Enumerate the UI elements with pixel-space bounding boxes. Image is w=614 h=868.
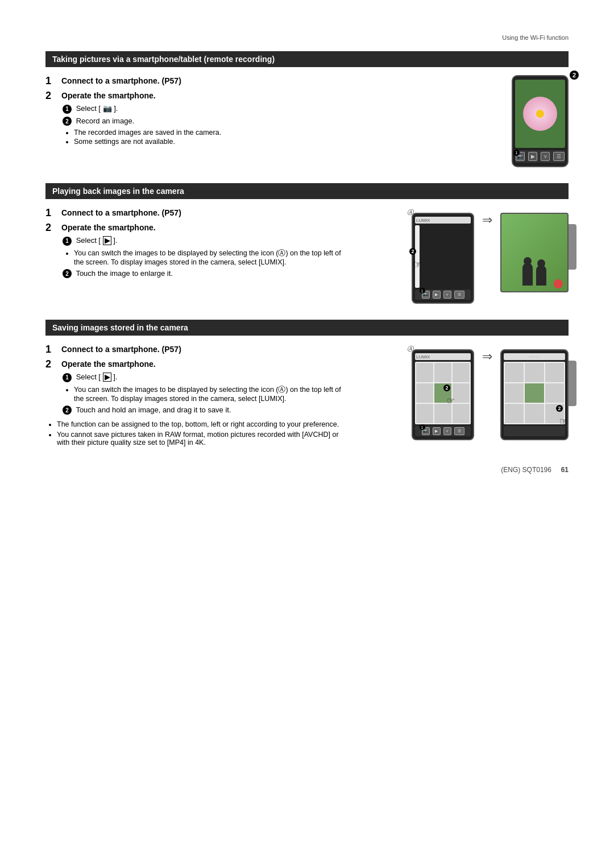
save-extra-icon: ☰ (454, 427, 464, 435)
note2: You cannot save pictures taken in RAW fo… (57, 431, 341, 447)
page-header: Using the Wi-Fi function (45, 34, 569, 41)
section3-notes: The function can be assigned to the top,… (45, 420, 341, 447)
save-destination-phone: · · · · · 2 ☞ (500, 349, 569, 440)
grid-icon: ⋎ (541, 152, 550, 161)
save-bottom-circle-1: 1 (420, 424, 425, 430)
circle-1: 1 (63, 105, 72, 114)
dest-cell-2 (525, 363, 544, 382)
save-cell-circle-2: 2 (443, 385, 450, 391)
gesture-area: 2 ☞ (415, 225, 420, 288)
section1-substeps: 1 Select [ 📷 ]. 2 Record an image. The r… (63, 104, 341, 146)
save-play-icon: ▶ (433, 427, 441, 435)
s2-circle-1: 1 (63, 237, 72, 246)
header-text: Using the Wi-Fi function (502, 34, 569, 41)
section1-instruction1: Select [ (76, 104, 101, 113)
save-image-grid: 2 ☞ (415, 362, 471, 424)
save-grid-cell-3 (453, 363, 470, 382)
dest-cell-1 (505, 363, 524, 382)
finger-gesture: ☞ (413, 258, 422, 271)
dest-circle-2: 2 (556, 405, 563, 412)
section-playing-back: Playing back images in the camera 1 Conn… (45, 183, 569, 304)
playback-icon: ▶ (528, 152, 537, 161)
remote-icon: 📷 (103, 104, 112, 113)
section3-sub1-bullets: You can switch the images to be displaye… (74, 385, 341, 403)
save-grid-cell-2 (434, 363, 451, 382)
footer-code: (ENG) SQT0196 (501, 466, 551, 474)
save-cam-icon: 📷 1 (422, 427, 430, 435)
dest-bottom-bar (504, 426, 565, 436)
dest-grid: 2 ☞ (504, 362, 565, 424)
section3-step1: 1 Connect to a smartphone. (P57) (45, 344, 341, 356)
section2-sub2: 2 Touch the image to enlarge it. (63, 269, 341, 279)
note1: The function can be assigned to the top,… (57, 420, 341, 428)
section3-sub1: 1 Select [ ▶ ]. (63, 373, 341, 382)
section1-step1: 1 Connect to a smartphone. (P57) (45, 75, 341, 88)
people-silhouettes (522, 263, 546, 286)
illus-circle-1: 1 (513, 150, 520, 156)
dest-top-bar: · · · · · (504, 353, 565, 360)
s2-circle-2: 2 (63, 269, 72, 278)
step2-number: 2 (45, 90, 57, 102)
s3-sub-bullet1: You can switch the images to be displaye… (74, 385, 341, 403)
image-grid: 2 ☞ (415, 225, 420, 288)
phone-mockup-wrapper: 2 📷 1 ▶ (512, 75, 569, 167)
flower-center (536, 110, 544, 118)
section2-illustration: Ⓐ LUMIX 2 (412, 213, 569, 304)
menu-icon: ☰ (553, 152, 565, 161)
s2-step1-label: Connect to a smartphone. (P57) (61, 208, 181, 217)
bullet1: The recorded images are saved in the cam… (74, 129, 341, 137)
save-grid-icon: ⋎ (443, 427, 451, 435)
save-grid-cell-4 (416, 383, 433, 403)
section1-step2: 2 Operate the smartphone. (45, 90, 341, 102)
grid-extra-icon: ☰ (454, 291, 464, 299)
grid-phone-save: LUMIX 2 ☞ (412, 349, 474, 440)
step1-label: Connect to a smartphone. (P57) (61, 76, 181, 85)
section3-body: 1 Connect to a smartphone. (P57) 2 Opera… (45, 344, 569, 449)
section3-text: 1 Connect to a smartphone. (P57) 2 Opera… (45, 344, 341, 449)
section3-sub2: 2 Touch and hold an image, and drag it t… (63, 406, 341, 415)
section2-instruction1: Select [ (76, 236, 101, 245)
bullet2: Some settings are not available. (74, 138, 341, 146)
section1-body: 1 Connect to a smartphone. (P57) 2 Opera… (45, 75, 569, 167)
phone-screen (515, 80, 565, 148)
remote-shoot-icon: 📷 1 (516, 152, 525, 161)
s2-step1-number: 1 (45, 207, 57, 220)
save-grid-cell-6 (453, 383, 470, 403)
dest-cell-3 (545, 363, 564, 382)
section3-illustration: Ⓐ LUMIX 2 ☞ (412, 349, 569, 440)
section2-step1: 1 Connect to a smartphone. (P57) (45, 207, 341, 220)
save-side-tab (569, 361, 576, 406)
drag-finger-2: ☞ (559, 416, 567, 427)
section3-step2: 2 Operate the smartphone. (45, 358, 341, 371)
section-taking-pictures: Taking pictures via a smartphone/tablet … (45, 51, 569, 167)
photo-result (500, 213, 569, 292)
phone-bottom-bar: 📷 1 ▶ ⋎ ☰ (515, 150, 565, 163)
step1-number: 1 (45, 75, 57, 88)
dest-cell-7 (505, 404, 524, 423)
section2-title: Playing back images in the camera (45, 183, 569, 199)
step2-label: Operate the smartphone. (61, 91, 156, 100)
s2-sub-bullet1: You can switch the images to be displaye… (74, 249, 341, 266)
s2-step2-label: Operate the smartphone. (61, 223, 156, 232)
illus-circle-2: 2 (570, 71, 579, 80)
s3-step2-label: Operate the smartphone. (61, 359, 156, 369)
section3-instruction2: Touch and hold an image, and drag it to … (76, 406, 231, 414)
save-grid-cell-5: 2 ☞ (434, 383, 451, 403)
grid-phone-container: Ⓐ LUMIX 2 (412, 213, 474, 304)
s3-circle-2: 2 (63, 406, 72, 415)
save-grid-bottom-bar: 📷 1 ▶ ⋎ ☰ (415, 426, 471, 436)
grid-top-bar: LUMIX (415, 217, 471, 224)
section3-title: Saving images stored in the camera (45, 320, 569, 336)
section1-instruction2: Record an image. (76, 117, 135, 125)
arrow-right-play: ⇒ (482, 213, 492, 228)
s3-play-icon: ▶ (103, 373, 111, 382)
dest-cell-6 (545, 383, 564, 403)
phone-with-labels: 2 📷 1 ▶ (512, 75, 569, 167)
person2 (536, 265, 546, 286)
cell-circle-2: 2 (409, 248, 416, 255)
section3-substeps: 1 Select [ ▶ ]. You can switch the image… (63, 373, 341, 415)
section1-illustration: 2 📷 1 ▶ (512, 75, 569, 167)
section2-substeps: 1 Select [ ▶ ]. You can switch the image… (63, 236, 341, 278)
section2-body: 1 Connect to a smartphone. (P57) 2 Opera… (45, 207, 569, 304)
save-grid-top-bar: LUMIX (415, 353, 471, 360)
